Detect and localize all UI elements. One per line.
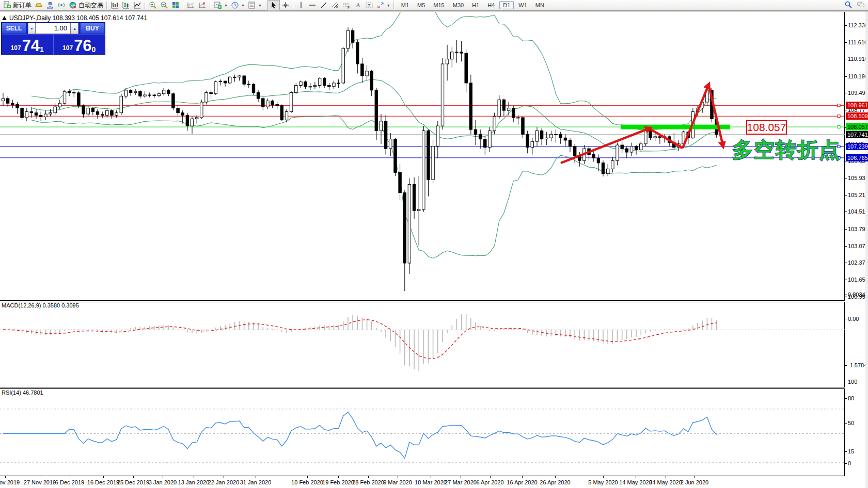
- indicators-button[interactable]: ▼: [212, 1, 229, 10]
- date-label: 2 Jun 2020: [681, 479, 708, 485]
- profiles-button[interactable]: [44, 1, 56, 10]
- zoom-out-button[interactable]: [159, 1, 170, 10]
- volume-input[interactable]: 1.00: [36, 23, 71, 34]
- volume-up-button[interactable]: ▲: [71, 23, 78, 34]
- candle-chart-button[interactable]: [120, 1, 132, 10]
- svg-text:F: F: [348, 6, 350, 9]
- timeframe-h1[interactable]: H1: [468, 1, 483, 9]
- chart-shift-button[interactable]: [197, 1, 208, 10]
- main-price-chart[interactable]: 108.057多空转折点: [0, 12, 845, 300]
- panel-divider[interactable]: [0, 387, 845, 389]
- zoom-out-icon: [160, 1, 168, 9]
- horizontal-line-tool[interactable]: [307, 1, 318, 10]
- profile-icon: [46, 1, 54, 9]
- templates-button[interactable]: ▼: [246, 1, 263, 10]
- timeframe-m30[interactable]: M30: [449, 1, 467, 9]
- candlestick-chart-icon: [122, 1, 130, 9]
- panel-divider[interactable]: [0, 300, 845, 302]
- date-tick: [40, 476, 40, 478]
- date-label: 16 Apr 2020: [507, 479, 537, 485]
- timeframe-m5[interactable]: M5: [414, 1, 429, 9]
- crosshair-tool-button[interactable]: [280, 1, 291, 10]
- crosshair-icon: [281, 1, 290, 9]
- buy-button[interactable]: BUY: [80, 23, 105, 34]
- date-tick: [70, 476, 70, 478]
- date-tick: [522, 476, 523, 478]
- date-label: 5 May 2020: [588, 479, 618, 485]
- channel-tool[interactable]: E: [329, 1, 341, 10]
- date-tick: [555, 476, 556, 478]
- trendline-tool[interactable]: [318, 1, 329, 10]
- dropdown-caret: ▼: [224, 4, 228, 7]
- auto-scroll-button[interactable]: [185, 1, 197, 10]
- date-label: 10 Feb 2020: [291, 479, 323, 485]
- macd-panel[interactable]: [0, 302, 845, 387]
- axis-tick: [845, 212, 847, 212]
- axis-tick: [845, 229, 847, 230]
- tile-windows-button[interactable]: [170, 1, 181, 10]
- gold-ingot-icon: [35, 1, 43, 9]
- price-tag: 108.961: [846, 102, 868, 109]
- timeframe-m15[interactable]: M15: [430, 1, 448, 9]
- buy-price-tile[interactable]: 107 76 0: [53, 35, 105, 55]
- axis-tick: [845, 25, 847, 26]
- timeframe-h4[interactable]: H4: [484, 1, 498, 9]
- date-tick: [224, 476, 224, 478]
- timeframe-bar: M1M5M15M30H1H4D1W1MN: [397, 1, 548, 9]
- toolbar-separator: [145, 2, 146, 9]
- gold-button[interactable]: [33, 1, 44, 10]
- one-click-trade-panel: SELL ▼ 1.00 ▲ BUY 107 74 1 107 76 0: [1, 22, 105, 55]
- new-order-button[interactable]: 新订单: [2, 1, 33, 10]
- text-label-icon: T: [365, 1, 373, 9]
- date-label: 27 Nov 2019: [24, 479, 56, 485]
- date-label: 16 Dec 2019: [87, 479, 119, 485]
- zoom-in-button[interactable]: [147, 1, 159, 10]
- expand-icon[interactable]: [2, 16, 7, 20]
- date-tick: [461, 476, 461, 478]
- vertical-line-tool[interactable]: [295, 1, 307, 10]
- bar-chart-button[interactable]: [109, 1, 120, 10]
- date-tick: [666, 476, 666, 478]
- date-label: 13 Jan 2020: [178, 479, 210, 485]
- buy-price-main: 76: [74, 38, 91, 54]
- date-tick: [431, 476, 431, 478]
- date-tick: [103, 476, 104, 478]
- search-icon[interactable]: [844, 1, 853, 9]
- chat-icon[interactable]: [857, 1, 865, 9]
- axis-tick: [845, 365, 847, 366]
- date-axis[interactable]: 8 Nov 201927 Nov 20196 Dec 201916 Dec 20…: [0, 476, 845, 488]
- timeframe-mn[interactable]: MN: [532, 1, 548, 9]
- buy-price-sup: 0: [92, 45, 96, 54]
- arrows-tool[interactable]: ▼: [375, 1, 392, 10]
- timeframe-w1[interactable]: W1: [515, 1, 531, 9]
- toolbar-separator: [183, 2, 184, 9]
- rsi-axis-label: 80: [848, 395, 854, 401]
- date-tick: [307, 476, 308, 478]
- fibonacci-tool[interactable]: F: [341, 1, 352, 10]
- date-tick: [368, 476, 369, 478]
- signals-button[interactable]: [56, 1, 67, 10]
- rsi-panel[interactable]: [0, 388, 845, 476]
- date-tick: [194, 476, 194, 478]
- cursor-tool-button[interactable]: [267, 0, 280, 11]
- timeframe-d1[interactable]: D1: [499, 1, 514, 9]
- sell-price-tile[interactable]: 107 74 1: [2, 35, 53, 55]
- toolbar-separator: [106, 2, 107, 9]
- line-chart-button[interactable]: [132, 1, 143, 10]
- price-tag: 107.239: [846, 143, 868, 150]
- periods-button[interactable]: ▼: [229, 1, 246, 10]
- autotrading-button[interactable]: 自动交易: [67, 1, 105, 10]
- sell-price-prefix: 107: [11, 44, 21, 52]
- rsi-axis-label: 15: [848, 448, 854, 454]
- date-label: 26 Apr 2020: [540, 479, 570, 485]
- timeframe-m1[interactable]: M1: [398, 1, 413, 9]
- sell-button[interactable]: SELL: [2, 23, 26, 34]
- chart-shift-icon: [198, 1, 207, 9]
- price-tag: 107.741: [846, 131, 868, 138]
- volume-down-button[interactable]: ▼: [28, 23, 36, 34]
- date-tick: [603, 476, 604, 478]
- text-tool[interactable]: A: [352, 1, 364, 10]
- label-tool[interactable]: T: [364, 1, 375, 10]
- price-tag: 108.509: [846, 112, 868, 120]
- date-label: 25 Dec 2019: [117, 479, 149, 485]
